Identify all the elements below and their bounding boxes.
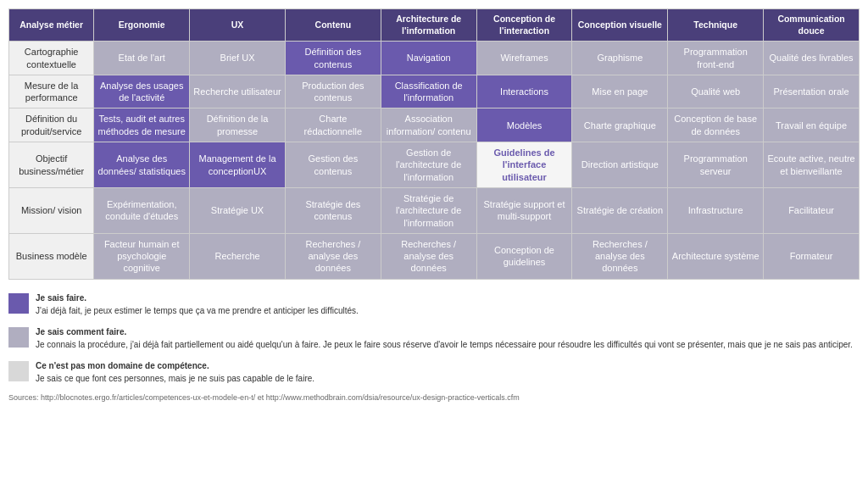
cell-ux-1: Recherche utilisateur xyxy=(190,75,286,108)
legend-item-1: Je sais comment faire.Je connais la proc… xyxy=(8,325,860,351)
table-row: Mission/ visionExpérimentation, conduite… xyxy=(9,187,860,233)
legend-bold-2: Ce n'est pas mon domaine de compétence. xyxy=(36,359,314,372)
cell-ergonomie-0: Etat de l'art xyxy=(94,42,190,75)
cell-analyse-4: Mission/ vision xyxy=(9,187,94,233)
cell-conception-4: Stratégie support et multi-support xyxy=(476,187,572,233)
cell-contenu-0: Définition des contenus xyxy=(285,42,381,75)
cell-analyse-0: Cartographie contextuelle xyxy=(9,42,94,75)
cell-ergonomie-5: Facteur humain et psychologie cognitive xyxy=(94,233,190,279)
cell-conception-2: Modèles xyxy=(476,108,572,142)
col-header-8: Communication douce xyxy=(764,9,860,42)
cell-ux-3: Management de la conceptionUX xyxy=(190,142,286,188)
cell-contenu-3: Gestion des contenus xyxy=(285,142,381,188)
cell-analyse-2: Définition du produit/service xyxy=(9,108,94,142)
legend-bold-1: Je sais comment faire. xyxy=(36,325,853,338)
cell-visuelle-0: Graphisme xyxy=(572,42,668,75)
col-header-0: Analyse métier xyxy=(9,9,94,42)
legend-color-box-2 xyxy=(8,361,29,381)
cell-analyse-1: Mesure de la performance xyxy=(9,75,94,108)
cell-archi-3: Gestion de l'architecture de l'informati… xyxy=(381,142,476,188)
col-header-2: UX xyxy=(190,9,286,42)
cell-archi-2: Association information/ contenu xyxy=(381,108,476,142)
cell-communication-2: Travail en équipe xyxy=(764,108,860,142)
cell-conception-0: Wireframes xyxy=(476,42,572,75)
legend-section: Je sais faire.J'ai déjà fait, je peux es… xyxy=(8,292,860,385)
cell-visuelle-2: Charte graphique xyxy=(572,108,668,142)
legend-item-0: Je sais faire.J'ai déjà fait, je peux es… xyxy=(8,292,860,317)
col-header-6: Conception visuelle xyxy=(572,9,668,42)
cell-communication-1: Présentation orale xyxy=(764,75,860,108)
legend-text-1: Je sais comment faire.Je connais la proc… xyxy=(36,325,853,351)
cell-technique-5: Architecture système xyxy=(668,233,764,279)
cell-contenu-4: Stratégie des contenus xyxy=(285,187,381,233)
table-row: Définition du produit/serviceTests, audi… xyxy=(9,108,860,142)
cell-analyse-5: Business modèle xyxy=(9,233,94,279)
cell-contenu-2: Charte rédactionnelle xyxy=(285,108,381,142)
cell-contenu-5: Recherches / analyse des données xyxy=(285,233,381,279)
cell-technique-2: Conception de base de données xyxy=(668,108,764,142)
legend-color-box-1 xyxy=(8,327,29,348)
col-header-5: Conception de l'interaction xyxy=(476,9,572,42)
cell-visuelle-3: Direction artistique xyxy=(572,142,668,188)
sources-text: Sources: http://blocnotes.ergo.fr/articl… xyxy=(8,393,860,402)
cell-visuelle-4: Stratégie de création xyxy=(572,187,668,233)
legend-desc-2: Je sais ce que font ces personnes, mais … xyxy=(36,374,314,383)
cell-ergonomie-1: Analyse des usages de l'activité xyxy=(94,75,190,108)
cell-archi-5: Recherches / analyse des données xyxy=(381,233,476,279)
legend-text-2: Ce n'est pas mon domaine de compétence.J… xyxy=(36,359,314,385)
cell-technique-4: Infrastructure xyxy=(668,187,764,233)
legend-item-2: Ce n'est pas mon domaine de compétence.J… xyxy=(8,359,860,385)
cell-communication-4: Facilitateur xyxy=(764,187,860,233)
legend-desc-0: J'ai déjà fait, je peux estimer le temps… xyxy=(36,306,359,315)
cell-ergonomie-3: Analyse des données/ statistiques xyxy=(94,142,190,188)
table-row: Objectif business/métierAnalyse des donn… xyxy=(9,142,860,188)
cell-conception-3: Guidelines de l'interface utilisateur xyxy=(476,142,572,188)
table-row: Mesure de la performanceAnalyse des usag… xyxy=(9,75,860,108)
competences-table: Analyse métierErgonomieUXContenuArchitec… xyxy=(8,8,860,280)
cell-contenu-1: Production des contenus xyxy=(285,75,381,108)
cell-communication-3: Ecoute active, neutre et bienveillante xyxy=(764,142,860,188)
cell-technique-0: Programmation front-end xyxy=(668,42,764,75)
table-row: Cartographie contextuelleEtat de l'artBr… xyxy=(9,42,860,75)
col-header-1: Ergonomie xyxy=(94,9,190,42)
legend-text-0: Je sais faire.J'ai déjà fait, je peux es… xyxy=(36,292,359,317)
col-header-4: Architecture de l'information xyxy=(381,9,476,42)
legend-color-box-0 xyxy=(8,293,29,314)
cell-archi-0: Navigation xyxy=(381,42,476,75)
cell-visuelle-1: Mise en page xyxy=(572,75,668,108)
cell-technique-1: Qualité web xyxy=(668,75,764,108)
legend-bold-0: Je sais faire. xyxy=(36,292,359,304)
cell-ux-0: Brief UX xyxy=(190,42,286,75)
col-header-7: Technique xyxy=(668,9,764,42)
cell-analyse-3: Objectif business/métier xyxy=(9,142,94,188)
cell-ux-5: Recherche xyxy=(190,233,286,279)
cell-technique-3: Programmation serveur xyxy=(668,142,764,188)
cell-communication-5: Formateur xyxy=(764,233,860,279)
cell-ergonomie-4: Expérimentation, conduite d'études xyxy=(94,187,190,233)
cell-conception-1: Interactions xyxy=(476,75,572,108)
cell-visuelle-5: Recherches / analyse des données xyxy=(572,233,668,279)
cell-ux-2: Définition de la promesse xyxy=(190,108,286,142)
cell-ergonomie-2: Tests, audit et autres méthodes de mesur… xyxy=(94,108,190,142)
legend-desc-1: Je connais la procédure, j'ai déjà fait … xyxy=(36,340,853,349)
main-container: Analyse métierErgonomieUXContenuArchitec… xyxy=(8,8,860,402)
col-header-3: Contenu xyxy=(285,9,381,42)
table-row: Business modèleFacteur humain et psychol… xyxy=(9,233,860,279)
cell-communication-0: Qualité des livrables xyxy=(764,42,860,75)
table-header-row: Analyse métierErgonomieUXContenuArchitec… xyxy=(9,9,860,42)
cell-archi-4: Stratégie de l'architecture de l'informa… xyxy=(381,187,476,233)
cell-archi-1: Classification de l'information xyxy=(381,75,476,108)
cell-conception-5: Conception de guidelines xyxy=(476,233,572,279)
cell-ux-4: Stratégie UX xyxy=(190,187,286,233)
